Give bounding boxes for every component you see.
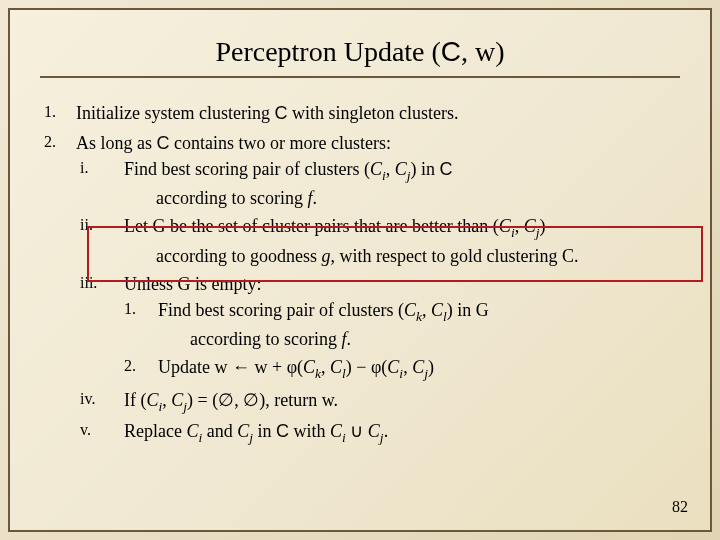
slide-frame: Perceptron Update (C, w) 1. Initialize s… xyxy=(8,8,712,532)
title-C: C xyxy=(441,36,461,67)
rn-iii: iii. xyxy=(76,271,124,386)
top-list: 1. Initialize system clustering C with s… xyxy=(44,100,676,450)
item-i: i. Find best scoring pair of clusters (C… xyxy=(76,156,676,211)
rn-ii: ii. xyxy=(76,213,124,268)
inner-2: 2. Update w ← w + φ(Ck, Cl) − φ(Ci, Cj) xyxy=(124,354,676,383)
title-prefix: Perceptron Update ( xyxy=(215,36,440,67)
roman-list: i. Find best scoring pair of clusters (C… xyxy=(76,156,676,447)
slide-title: Perceptron Update (C, w) xyxy=(10,36,710,68)
item-iii: iii. Unless G is empty: 1. Find best sco… xyxy=(76,271,676,386)
item-ii: ii. Let G be the set of cluster pairs th… xyxy=(76,213,676,268)
item-iv: iv. If (Ci, Cj) = (∅, ∅), return w. xyxy=(76,387,676,416)
rn-v: v. xyxy=(76,418,124,447)
title-suffix: , w) xyxy=(461,36,505,67)
page-number: 82 xyxy=(672,498,688,516)
inner-list: 1. Find best scoring pair of clusters (C… xyxy=(124,297,676,383)
item-1: 1. Initialize system clustering C with s… xyxy=(44,100,676,126)
item-2: 2. As long as C contains two or more clu… xyxy=(44,130,676,449)
rn-i: i. xyxy=(76,156,124,211)
item-v: v. Replace Ci and Cj in C with Ci ∪ Cj. xyxy=(76,418,676,447)
slide-content: 1. Initialize system clustering C with s… xyxy=(44,100,676,450)
num-2: 2. xyxy=(44,130,76,449)
num-1: 1. xyxy=(44,100,76,126)
item-1-text: Initialize system clustering C with sing… xyxy=(76,100,676,126)
rn-iv: iv. xyxy=(76,387,124,416)
item-2-text: As long as C contains two or more cluste… xyxy=(76,130,676,156)
title-underline xyxy=(40,76,680,78)
item-2-body: As long as C contains two or more cluste… xyxy=(76,130,676,449)
inner-1: 1. Find best scoring pair of clusters (C… xyxy=(124,297,676,352)
